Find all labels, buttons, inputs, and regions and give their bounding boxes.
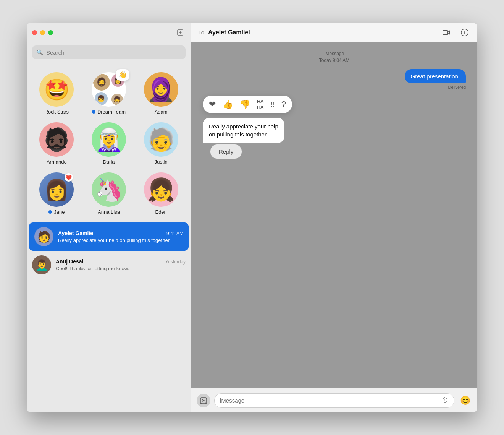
avatar-wrap-eden: 👧 — [144, 172, 178, 207]
avatar-anuj: 👨‍🦱 — [32, 255, 51, 274]
reply-bubble[interactable]: Reply — [210, 144, 242, 159]
avatar-wrap-armando: 🧔🏿 — [39, 122, 74, 157]
unread-dot-jane — [48, 210, 52, 214]
messages-window: 🔍 🤩 Rock Stars 🧔 👩 👦 — [27, 23, 477, 412]
conv-time-anuj: Yesterday — [165, 259, 186, 265]
chat-bubbles-col: Great presentation! Delivered ❤ 👍 👎 HAHA… — [203, 69, 466, 159]
minimize-button[interactable] — [40, 30, 45, 35]
reaction-bar[interactable]: ❤ 👍 👎 HAHA ‼ ? — [203, 96, 292, 113]
to-label: To: — [198, 29, 206, 36]
reaction-thumbsup[interactable]: 👍 — [223, 99, 233, 109]
avatar-eden: 👧 — [144, 172, 178, 207]
avatar-wrap-jane: 👩 ❤️ — [39, 172, 74, 207]
search-bar[interactable]: 🔍 — [32, 45, 186, 59]
conv-name-ayelet: Ayelet Gamliel — [58, 230, 95, 236]
contact-name-armando: Armando — [47, 159, 67, 165]
info-button[interactable] — [459, 27, 470, 38]
right-panel: To: Ayelet Gamliel — [191, 23, 477, 412]
contact-name-eden: Eden — [155, 209, 166, 215]
avatar-wrap-adam: 🧕 — [144, 72, 178, 107]
contact-jane[interactable]: 👩 ❤️ Jane — [31, 169, 83, 219]
avatar-armando: 🧔🏿 — [39, 122, 74, 157]
left-panel: 🔍 🤩 Rock Stars 🧔 👩 👦 — [27, 23, 191, 412]
conv-content-anuj: Anuj Desai Yesterday Cool! Thanks for le… — [56, 258, 186, 271]
conv-time-ayelet: 9:41 AM — [166, 231, 183, 236]
received-bubble: Really appreciate your help on pulling t… — [203, 118, 284, 143]
reaction-heart[interactable]: ❤ — [209, 99, 216, 109]
chat-header-to: To: Ayelet Gamliel — [198, 29, 250, 36]
contact-darla[interactable]: 🧝‍♀️ Darla — [83, 118, 135, 169]
reaction-thumbsdown[interactable]: 👎 — [240, 99, 250, 109]
heart-badge-jane: ❤️ — [65, 173, 73, 182]
imessage-label: iMessage Today 9:04 AM — [319, 50, 349, 64]
avatar-darla: 🧝‍♀️ — [92, 122, 126, 157]
contact-adam[interactable]: 🧕 Adam — [135, 68, 187, 118]
chat-area: iMessage Today 9:04 AM Great presentatio… — [191, 42, 477, 388]
reaction-exclaim[interactable]: ‼ — [270, 101, 275, 109]
conv-preview-ayelet: Really appreciate your help on pulling t… — [58, 237, 183, 243]
contact-name-justin: Justin — [155, 159, 168, 165]
chat-input-bar: ⏱ 😊 — [191, 388, 477, 412]
audio-waveform-icon: ⏱ — [442, 396, 449, 404]
wave-bubble: 👋 — [116, 69, 129, 81]
contact-rock-stars[interactable]: 🤩 Rock Stars — [31, 68, 83, 118]
appstore-button[interactable] — [197, 394, 210, 407]
search-input[interactable] — [46, 49, 181, 56]
contact-justin[interactable]: 🧓 Justin — [135, 118, 187, 169]
video-call-button[interactable] — [441, 27, 452, 38]
reaction-question[interactable]: ? — [281, 99, 286, 109]
avatar-justin: 🧓 — [144, 122, 178, 157]
conv-content-ayelet: Ayelet Gamliel 9:41 AM Really appreciate… — [58, 230, 183, 243]
reaction-haha[interactable]: HAHA — [257, 99, 263, 110]
contact-eden[interactable]: 👧 Eden — [135, 169, 187, 219]
contact-name-rock-stars: Rock Stars — [45, 109, 69, 115]
emoji-button[interactable]: 😊 — [458, 394, 472, 407]
message-input-wrap[interactable]: ⏱ — [214, 393, 454, 408]
close-button[interactable] — [32, 30, 37, 35]
contact-dream-team[interactable]: 🧔 👩 👦 👧 👋 Dream Team — [83, 68, 135, 118]
contact-name-adam: Adam — [155, 109, 168, 115]
traffic-lights — [32, 30, 53, 35]
avatar-rock-stars: 🤩 — [39, 72, 74, 107]
contact-armando[interactable]: 🧔🏿 Armando — [31, 118, 83, 169]
contact-name-darla: Darla — [103, 159, 115, 165]
svg-point-6 — [202, 399, 203, 400]
search-icon: 🔍 — [37, 49, 43, 55]
delivered-label: Delivered — [448, 85, 466, 89]
svg-rect-1 — [443, 30, 448, 34]
avatar-anna-lisa: 🦄 — [92, 172, 126, 207]
unread-dot-dream-team — [92, 110, 95, 114]
conv-preview-anuj: Cool! Thanks for letting me know. — [56, 266, 186, 271]
conv-header-ayelet: Ayelet Gamliel 9:41 AM — [58, 230, 183, 236]
message-input[interactable] — [220, 397, 439, 404]
received-bubble-container: Really appreciate your help on pulling t… — [203, 118, 284, 159]
conversation-anuj[interactable]: 👨‍🦱 Anuj Desai Yesterday Cool! Thanks fo… — [27, 251, 191, 279]
avatar-wrap-dream-team: 🧔 👩 👦 👧 👋 — [92, 72, 126, 107]
conversation-list: 🧑 Ayelet Gamliel 9:41 AM Really apprecia… — [27, 222, 191, 412]
conv-header-anuj: Anuj Desai Yesterday — [56, 258, 186, 265]
conversation-ayelet[interactable]: 🧑 Ayelet Gamliel 9:41 AM Really apprecia… — [29, 222, 189, 251]
avatar-ayelet: 🧑 — [34, 227, 53, 246]
contact-anna-lisa[interactable]: 🦄 Anna Lisa — [83, 169, 135, 219]
contact-name-dream-team: Dream Team — [92, 109, 126, 115]
compose-button[interactable] — [175, 27, 186, 38]
chat-header-actions — [441, 27, 470, 38]
sent-bubble: Great presentation! — [405, 69, 466, 83]
contact-name-anna-lisa: Anna Lisa — [98, 209, 120, 215]
contacts-grid: 🤩 Rock Stars 🧔 👩 👦 👧 👋 — [27, 65, 191, 222]
titlebar — [27, 23, 191, 42]
avatar-wrap-darla: 🧝‍♀️ — [92, 122, 126, 157]
chat-recipient-name: Ayelet Gamliel — [208, 29, 250, 36]
conv-name-anuj: Anuj Desai — [56, 258, 83, 265]
maximize-button[interactable] — [48, 30, 53, 35]
contact-name-jane: Jane — [48, 209, 65, 215]
avatar-wrap-anna-lisa: 🦄 — [92, 172, 126, 207]
chat-header: To: Ayelet Gamliel — [191, 23, 477, 42]
avatar-wrap-rock-stars: 🤩 — [39, 72, 74, 107]
avatar-wrap-justin: 🧓 — [144, 122, 178, 157]
avatar-adam: 🧕 — [144, 72, 178, 107]
